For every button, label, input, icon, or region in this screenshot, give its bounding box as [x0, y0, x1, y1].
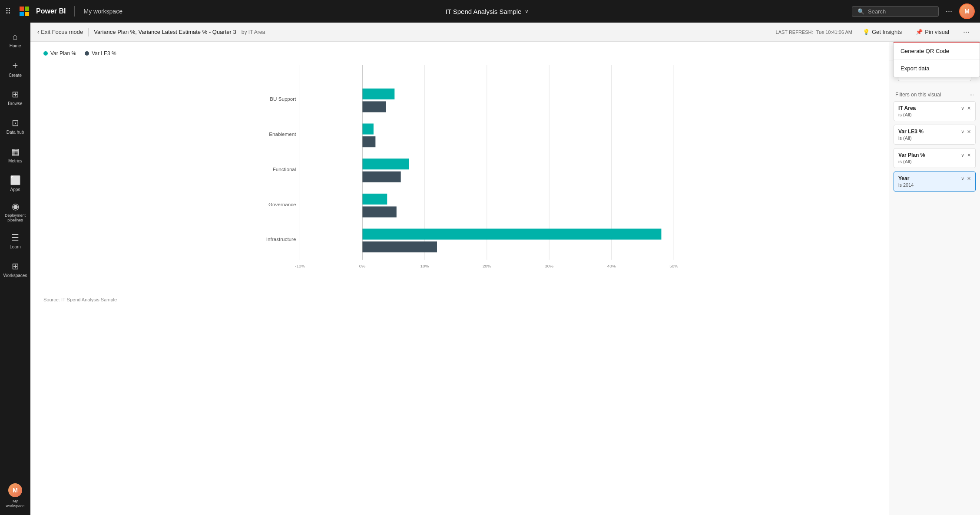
pin-visual-button[interactable]: 📌 Pin visual	[912, 27, 953, 37]
sidebar-item-learn[interactable]: ☰ Learn	[1, 227, 29, 254]
filter-card-varle3-value: is (All)	[898, 135, 971, 141]
legend-dot-varplan	[43, 51, 48, 56]
chart-legend: Var Plan % Var LE3 %	[43, 50, 876, 56]
filter-card-varle3[interactable]: Var LE3 % ∨ ✕ is (All)	[894, 125, 976, 145]
lightbulb-icon: 💡	[863, 29, 870, 35]
filter-card-itarea-name: IT Area	[898, 105, 916, 111]
sidebar-item-create[interactable]: + Create	[1, 55, 29, 83]
bar-governance-varplan[interactable]	[362, 194, 387, 205]
sidebar-item-deployment[interactable]: ◉ Deploymentpipelines	[1, 198, 29, 226]
sidebar-item-browse[interactable]: ⊞ Browse	[1, 83, 29, 111]
exit-focus-button[interactable]: ‹ Exit Focus mode	[37, 29, 83, 35]
sub-header: ‹ Exit Focus mode Variance Plan %, Varia…	[30, 23, 980, 42]
filter-card-varplan-clear[interactable]: ✕	[967, 152, 971, 158]
category-label-governance: Governance	[268, 201, 296, 207]
sidebar-item-label-myworkspace: Myworkspace	[6, 499, 24, 508]
nav-right: 🔍 Search ··· M	[852, 3, 975, 19]
filter-card-year-header: Year ∨ ✕	[898, 175, 971, 182]
bar-enablement-varplan[interactable]	[362, 123, 374, 134]
last-refresh-label: LAST REFRESH:	[776, 30, 813, 35]
exit-focus-label: Exit Focus mode	[41, 29, 83, 35]
sidebar: ⌂ Home + Create ⊞ Browse ⊡ Data hub ▦ Me…	[0, 23, 30, 515]
workspaces-icon: ⊞	[12, 261, 19, 271]
legend-label-varle3: Var LE3 %	[92, 50, 116, 56]
filter-card-varle3-chevron[interactable]: ∨	[961, 129, 964, 135]
filter-card-varle3-header: Var LE3 % ∨ ✕	[898, 129, 971, 135]
last-refresh: LAST REFRESH: Tue 10:41:06 AM	[776, 30, 852, 35]
filters-more-button[interactable]: ···	[970, 92, 974, 98]
sub-header-more-button[interactable]: ···	[960, 26, 973, 38]
dropdown-menu: Generate QR Code Export data	[893, 42, 980, 77]
category-label-enablement: Enablement	[269, 131, 296, 137]
filter-card-itarea-actions: ∨ ✕	[961, 106, 971, 111]
sidebar-item-myworkspace[interactable]: M Myworkspace	[1, 482, 29, 510]
nav-title-chevron[interactable]: ∨	[525, 8, 529, 14]
back-chevron-icon: ‹	[37, 29, 39, 35]
nav-product-title: Power BI	[36, 7, 66, 15]
sub-header-right: LAST REFRESH: Tue 10:41:06 AM 💡 Get Insi…	[776, 26, 973, 38]
metrics-icon: ▦	[11, 146, 20, 157]
get-insights-button[interactable]: 💡 Get Insights	[859, 27, 905, 37]
sidebar-item-apps[interactable]: ⬜ Apps	[1, 169, 29, 197]
legend-item-varle3: Var LE3 %	[85, 50, 116, 56]
filter-card-year-chevron[interactable]: ∨	[961, 176, 964, 182]
avatar[interactable]: M	[959, 3, 975, 19]
deployment-icon: ◉	[12, 201, 19, 211]
sidebar-item-label-browse: Browse	[8, 101, 22, 106]
bar-governance-varle3[interactable]	[362, 206, 397, 217]
dropdown-item-qr[interactable]: Generate QR Code	[894, 43, 980, 60]
filter-card-year[interactable]: Year ∨ ✕ is 2014	[894, 172, 976, 191]
x-label-0: 0%	[359, 264, 365, 268]
create-icon: +	[13, 60, 18, 71]
nav-search-box[interactable]: 🔍 Search	[852, 6, 939, 17]
datahub-icon: ⊡	[12, 118, 19, 128]
filter-card-itarea-header: IT Area ∨ ✕	[898, 105, 971, 111]
bar-busupport-varle3[interactable]	[362, 101, 386, 112]
dropdown-item-export[interactable]: Export data	[894, 60, 980, 77]
filter-card-varle3-name: Var LE3 %	[898, 129, 924, 135]
filter-card-year-value: is 2014	[898, 182, 971, 188]
sidebar-item-metrics[interactable]: ▦ Metrics	[1, 141, 29, 168]
filter-card-itarea-value: is (All)	[898, 112, 971, 117]
bar-busupport-varplan[interactable]	[362, 89, 394, 99]
filters-panel: ⧉ Filters » 🔍 Filters on this visual ···…	[889, 42, 980, 515]
filter-card-varplan[interactable]: Var Plan % ∨ ✕ is (All)	[894, 148, 976, 168]
filter-card-year-clear[interactable]: ✕	[967, 176, 971, 182]
sidebar-item-label-metrics: Metrics	[8, 158, 22, 163]
filter-card-year-name: Year	[898, 175, 909, 182]
filter-card-itarea[interactable]: IT Area ∨ ✕ is (All)	[894, 101, 976, 121]
legend-label-varplan: Var Plan %	[50, 50, 76, 56]
chart-area: Var Plan % Var LE3 % BU Support	[30, 42, 889, 515]
last-refresh-value: Tue 10:41:06 AM	[816, 30, 852, 35]
pin-icon: 📌	[916, 29, 923, 35]
sidebar-item-home[interactable]: ⌂ Home	[1, 26, 29, 54]
bar-enablement-varle3[interactable]	[362, 136, 375, 147]
x-label-30: 30%	[545, 264, 553, 268]
nav-more-button[interactable]: ···	[946, 7, 952, 16]
sidebar-item-label-workspaces: Workspaces	[3, 273, 27, 278]
bar-infrastructure-varplan[interactable]	[362, 229, 662, 240]
sidebar-item-datahub[interactable]: ⊡ Data hub	[1, 112, 29, 140]
filter-card-varplan-chevron[interactable]: ∨	[961, 152, 964, 158]
bar-chart: BU Support Enablement Functional Governa…	[43, 65, 876, 291]
filter-card-varle3-clear[interactable]: ✕	[967, 129, 971, 135]
filter-card-itarea-chevron[interactable]: ∨	[961, 106, 964, 111]
filter-card-itarea-clear[interactable]: ✕	[967, 106, 971, 111]
bar-infrastructure-varle3[interactable]	[362, 241, 437, 252]
sidebar-item-workspaces[interactable]: ⊞ Workspaces	[1, 255, 29, 283]
grid-icon[interactable]: ⠿	[5, 7, 11, 16]
nav-workspace[interactable]: My workspace	[83, 8, 122, 15]
nav-center: IT Spend Analysis Sample ∨	[128, 8, 847, 15]
nav-search-text: Search	[868, 8, 886, 15]
x-label-40: 40%	[607, 264, 616, 268]
category-label-functional: Functional	[273, 166, 296, 172]
legend-item-varplan: Var Plan %	[43, 50, 76, 56]
main-content: Var Plan % Var LE3 % BU Support	[30, 42, 980, 515]
bar-functional-varle3[interactable]	[362, 172, 401, 182]
category-label-busupport: BU Support	[270, 96, 296, 102]
bar-functional-varplan[interactable]	[362, 158, 409, 169]
sidebar-item-label-create: Create	[9, 73, 22, 78]
sub-header-divider	[88, 28, 89, 36]
sidebar-item-label-home: Home	[10, 43, 21, 48]
sidebar-item-label-learn: Learn	[10, 244, 21, 249]
